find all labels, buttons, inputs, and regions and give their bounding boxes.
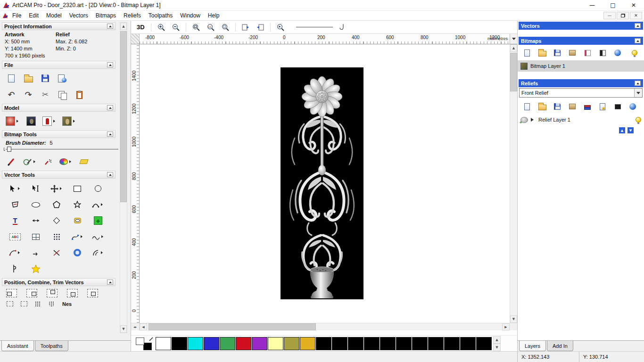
texture-icon[interactable] [567,47,578,59]
project-information-collapse-button[interactable] [107,24,113,29]
relief-layer-bulb-icon[interactable] [636,117,641,123]
palette-swatch-12[interactable] [348,337,363,350]
ellipse-tool-icon[interactable] [25,198,46,211]
align-right-icon[interactable] [26,287,37,299]
palette-swatch-10[interactable] [316,337,331,350]
rotate-copy-icon[interactable] [21,301,27,306]
transform-vectors-icon[interactable] [46,182,67,195]
canvas-v-scroll-thumb[interactable] [510,53,517,91]
assistant-scrollbar[interactable]: ▲ ▼ [120,22,127,333]
bitmap-tools-collapse-button[interactable] [107,132,113,137]
vector-tools-collapse-button[interactable] [107,172,113,177]
wrap-star-icon[interactable] [25,263,46,275]
menu-reliefs[interactable]: Reliefs [120,11,145,20]
palette-swatch-11[interactable] [332,337,347,350]
rectangle-tool-icon[interactable] [67,182,88,195]
canvas-vertical-scrollbar[interactable]: ▲ ▼ [510,44,517,323]
tab-toolpaths[interactable]: Toolpaths [35,341,68,351]
redo-icon[interactable]: ↷ [23,89,34,101]
palette-swatch-2[interactable] [188,337,203,350]
mdi-close-button[interactable]: ✕ [630,12,642,19]
circle-tool-icon[interactable] [88,182,108,195]
align-centre-icon[interactable] [87,287,98,299]
texture-relief-icon[interactable] [567,100,578,113]
copy-rotate-icon[interactable] [49,301,55,306]
greyscale-model-icon[interactable] [6,115,20,127]
palette-swatch-7[interactable] [268,337,283,350]
position-collapse-button[interactable] [107,280,113,285]
dimension-icon[interactable] [46,214,67,227]
relief-layer-expander-icon[interactable] [531,118,536,122]
canvas-scroll-left-button[interactable]: ◀ [140,323,147,330]
spray-icon[interactable] [42,156,54,168]
text-tool-icon[interactable]: T [5,214,25,227]
palette-swatch-18[interactable] [444,337,460,350]
join-vectors-icon[interactable] [88,247,108,259]
palette-swatch-4[interactable] [220,337,235,350]
menu-window[interactable]: Window [176,11,204,20]
layer-stack-icon[interactable] [582,100,593,113]
arc-fit-icon[interactable] [5,247,25,259]
palette-swatch-8[interactable] [284,337,299,350]
tab-add-in[interactable]: Add In [547,341,573,351]
new-relief-icon[interactable] [521,100,533,113]
scroll-thumb[interactable] [120,31,127,202]
vectors-collapse-button[interactable] [635,23,641,28]
draw-icon[interactable] [23,156,37,168]
measure-icon[interactable] [25,214,46,227]
menu-model[interactable]: Model [42,11,66,20]
palette-swatch-16[interactable] [412,337,428,350]
maximize-button[interactable]: □ [603,0,623,10]
scroll-up-button[interactable]: ▲ [120,23,127,30]
reliefs-collapse-button[interactable] [635,81,641,86]
tab-layers[interactable]: Layers [519,341,546,351]
relief-layer-row[interactable]: Relief Layer 1 [518,114,644,125]
blend-spans-icon[interactable] [88,230,108,243]
ruler-units-dropdown[interactable] [510,34,517,44]
block-paste-icon[interactable] [46,230,67,243]
menu-toolpaths[interactable]: Toolpaths [145,11,176,20]
relief-combobox[interactable]: Front Relief [519,88,643,98]
zoom-out-icon[interactable] [170,21,182,33]
model-collapse-button[interactable] [107,105,113,110]
weld-vectors-icon[interactable] [67,247,88,259]
minimize-button[interactable]: — [582,0,603,10]
primary-secondary-colour-widget[interactable] [135,337,154,351]
save-model-icon[interactable] [40,72,51,84]
align-left-icon[interactable] [6,287,17,299]
calculate-icon[interactable] [612,100,623,113]
bitmap-sphere-icon[interactable] [612,47,623,59]
align-bottom-icon[interactable] [66,287,78,299]
canvas-scroll-right-button[interactable]: ▶ [502,323,510,330]
brush-diameter-slider[interactable] [6,146,118,152]
vector-doctor-icon[interactable] [5,198,25,211]
canvas-h-scroll-thumb[interactable] [149,323,316,330]
bitmap-layer-row[interactable]: Bitmap Layer 1 [518,60,644,72]
palette-swatch-1[interactable] [172,337,187,350]
relief-visibility-bulb-icon[interactable] [642,100,644,113]
palette-swatch-20[interactable] [476,337,492,350]
close-button[interactable]: ✕ [623,0,644,10]
palette-swatch-9[interactable] [300,337,315,350]
open-model-icon[interactable] [23,72,34,84]
export-3d-icon[interactable] [57,72,68,84]
relief-sphere-icon[interactable] [627,100,638,113]
reverse-vectors-icon[interactable] [25,247,46,259]
save-bitmap-icon[interactable] [552,47,563,59]
zoom-in-icon[interactable] [156,21,167,33]
bitmap-image-icon[interactable] [62,115,76,127]
paste-vectors-icon[interactable]: + [88,214,108,227]
fillet-icon[interactable] [67,230,88,243]
align-top-icon[interactable] [46,287,58,299]
text-block-icon[interactable]: ABC [5,230,25,243]
relief-combo-dropdown-icon[interactable] [634,89,642,97]
preview-model-icon[interactable] [25,115,37,127]
scroll-down-button[interactable]: ▼ [120,325,127,333]
canvas-corner-button[interactable]: ◂▸ [131,323,140,330]
offset-vectors-icon[interactable] [67,214,88,227]
menu-help[interactable]: Help [204,11,223,20]
contrast-icon[interactable] [597,47,608,59]
palette-scrollbar[interactable]: ▲ ▼ [493,336,501,351]
palette-swatch-19[interactable] [460,337,476,350]
notes-icon[interactable] [74,89,85,101]
